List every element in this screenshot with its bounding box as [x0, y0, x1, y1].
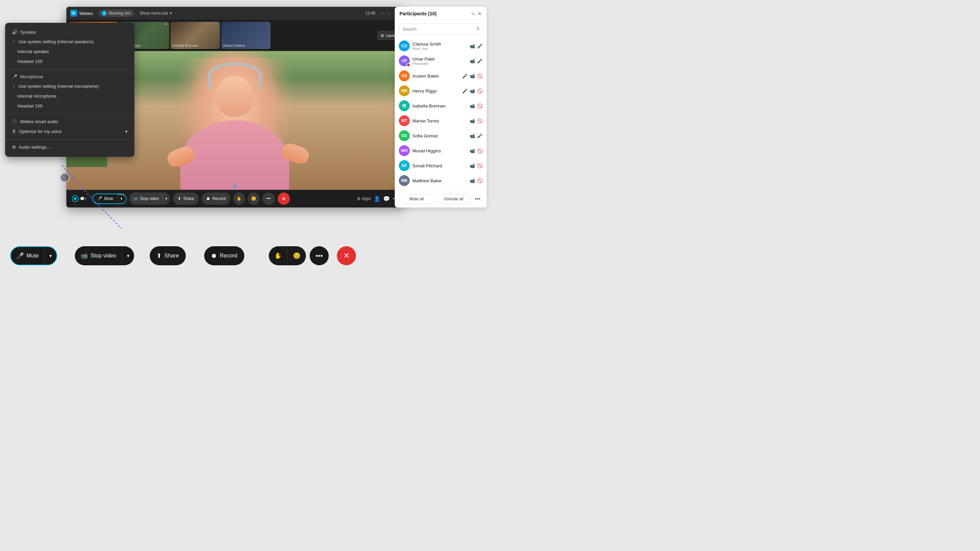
avatar: CS — [399, 40, 410, 51]
record-button[interactable]: ⏺ Record — [202, 192, 231, 205]
bottom-mute-main[interactable]: 🎤 Mute — [11, 252, 44, 259]
participant-name: Sonali Pitchard — [412, 163, 467, 168]
more-icon: ••• — [266, 196, 271, 201]
stop-video-label: Stop video — [140, 196, 159, 201]
participant-item[interactable]: IB Isabella Brennan 📹 🚫 — [395, 98, 487, 113]
webex-icon: W — [70, 10, 77, 17]
participant-controls: 📹 🚫 — [469, 163, 482, 168]
video-ctrl-icon: 📹 — [469, 89, 475, 94]
maximize-button[interactable]: □ — [387, 11, 392, 16]
chat-icon[interactable]: 💬▾ — [80, 197, 87, 201]
audio-settings-item[interactable]: ⚙ Audio settings... — [5, 142, 134, 152]
unmute-all-button[interactable]: Unmute all — [437, 194, 471, 204]
webex-smart-audio-item[interactable]: 🎵 Webex smart audio — [5, 117, 134, 127]
check-icon-mic: ✓ — [12, 84, 16, 89]
bottom-share-button[interactable]: ⬆ Share — [150, 246, 186, 265]
chevron-down-icon: ▾ — [125, 129, 127, 134]
chat-toggle[interactable]: 💬 — [383, 195, 390, 202]
bottom-more-button[interactable]: ••• — [310, 246, 329, 265]
internal-speaker-item[interactable]: Internal speaker — [5, 47, 134, 56]
stop-video-button-group[interactable]: 📹 Stop video ▾ — [129, 192, 170, 205]
search-input[interactable] — [399, 24, 482, 34]
participant-item[interactable]: UP Umar Patel Presenter 📹 🎤 — [395, 53, 487, 68]
mute-button[interactable]: 🎤 Mute — [93, 195, 118, 203]
minimize-button[interactable]: — — [379, 11, 384, 16]
thumb-mic-2: 🎤 — [163, 23, 167, 27]
participant-info: Murad Higgins — [412, 148, 467, 153]
control-bar: 💬▾ 🎤 Mute ▾ 📹 Stop video ▾ ⬆ — [66, 190, 403, 208]
close-panel-icon[interactable]: ✕ — [478, 11, 482, 16]
participant-item[interactable]: CS Clarissa Smith Host, me 📹 🎤 — [395, 38, 487, 53]
video-ctrl-icon: 📹 — [469, 118, 475, 124]
share-icon: ⬆ — [178, 196, 181, 201]
participant-controls: 📹 🎤 — [469, 133, 482, 138]
use-system-speaker-label: Use system setting (internal speakers) — [18, 39, 94, 44]
participant-item[interactable]: AB Austen Baker 🎤 📹 🚫 — [395, 68, 487, 83]
participants-toggle[interactable]: 👤 — [374, 195, 380, 202]
participant-name: Matthew Baker — [412, 178, 467, 183]
avatar: MH — [399, 145, 410, 156]
use-system-mic-item[interactable]: ✓ Use system setting (internal microphon… — [5, 81, 134, 91]
stop-video-button[interactable]: 📹 Stop video — [129, 194, 163, 203]
bottom-reactions[interactable]: 😊 — [288, 246, 306, 265]
optimize-voice-left: 🎚 Optimize for my voice — [12, 129, 62, 134]
bottom-stop-video-main[interactable]: 📹 Stop video — [75, 252, 122, 259]
bottom-mute-chevron[interactable]: ▾ — [44, 247, 56, 265]
use-system-speaker-item[interactable]: ✓ Use system setting (internal speakers) — [5, 37, 134, 47]
end-call-button[interactable]: ✕ — [278, 192, 290, 205]
footer-more-icon[interactable]: ••• — [473, 195, 482, 203]
participant-item[interactable]: MH Murad Higgins 📹 🚫 — [395, 143, 487, 158]
muted-icon: 🚫 — [477, 178, 482, 183]
end-call-icon: ✕ — [282, 195, 286, 202]
bottom-end-call-button[interactable]: ✕ — [337, 246, 356, 265]
participant-item[interactable]: HR Henry Riggs 🎤 📹 🚫 — [395, 83, 487, 98]
show-menu-chevron: ▾ — [170, 11, 172, 16]
participant-info: Matthew Baker — [412, 178, 467, 183]
show-menu-button[interactable]: Show menu bar ▾ — [140, 11, 172, 16]
muted-icon: 🚫 — [477, 73, 482, 79]
participant-item[interactable]: SG Sofia Gomez 📹 🎤 — [395, 128, 487, 143]
internal-mic-item[interactable]: Internal microphone — [5, 91, 134, 101]
more-options-button[interactable]: ••• — [262, 192, 275, 205]
bottom-emoji-icon: 😊 — [293, 252, 301, 259]
participant-name: Sofia Gomez — [412, 133, 467, 138]
mute-label: Mute — [104, 196, 113, 201]
bottom-record-button[interactable]: ⏺ Record — [204, 246, 244, 265]
optimize-voice-item[interactable]: 🎚 Optimize for my voice ▾ — [5, 127, 134, 137]
bottom-record-label: Record — [220, 253, 237, 259]
stop-video-chevron[interactable]: ▾ — [162, 195, 170, 203]
participant-controls: 🎤 📹 🚫 — [462, 73, 482, 79]
participant-item[interactable]: MB Matthew Baker 📹 🚫 — [395, 173, 487, 188]
panel-title: Participants (10) — [399, 11, 468, 16]
raise-hand-button[interactable]: ✋ — [233, 192, 245, 205]
mic-ctrl-icon: 🎤 — [477, 133, 482, 138]
participant-info: Austen Baker — [412, 73, 460, 79]
participant-item[interactable]: SP Sonali Pitchard 📹 🚫 — [395, 158, 487, 173]
bottom-end-icon: ✕ — [343, 251, 350, 260]
thumbnail-3[interactable]: Isabelle Brennan — [170, 22, 220, 49]
thumbnail-4[interactable]: Darren Owens — [221, 22, 270, 49]
expand-icon[interactable]: ⤡ — [471, 11, 475, 16]
participant-name: Austen Baker — [412, 73, 460, 79]
reactions-button[interactable]: 😊 — [248, 192, 259, 205]
participant-item[interactable]: MT Marise Torres 📹 🚫 — [395, 113, 487, 128]
search-box: ⇅ — [399, 24, 482, 34]
title-bar: W Webex i Meeting info Show menu bar ▾ 1… — [66, 7, 403, 20]
bottom-raise-hand[interactable]: ✋ — [269, 246, 288, 265]
meeting-info-button[interactable]: i Meeting info — [98, 10, 134, 17]
avatar: IB — [399, 100, 410, 111]
headset-100-mic-item[interactable]: Headset 100 — [5, 101, 134, 111]
participant-info: Marise Torres — [412, 118, 467, 124]
bottom-stop-video-group: 📹 Stop video ▾ — [75, 246, 134, 265]
participant-controls: 📹 🚫 — [469, 103, 482, 108]
mic-icon: 🎤 — [97, 196, 102, 201]
bottom-stop-video-chevron[interactable]: ▾ — [122, 246, 134, 265]
video-ctrl-icon: 📹 — [469, 163, 475, 168]
mute-chevron[interactable]: ▾ — [118, 194, 126, 203]
participant-info: Isabella Brennan — [412, 103, 467, 108]
apps-button[interactable]: ⊞ Apps — [357, 196, 371, 201]
share-button[interactable]: ⬆ Share — [173, 192, 199, 205]
mute-all-button[interactable]: Mute all — [399, 194, 434, 204]
headset-100-speaker-item[interactable]: Headset 100 — [5, 56, 134, 66]
internal-mic-label: Internal microphone — [18, 94, 56, 98]
